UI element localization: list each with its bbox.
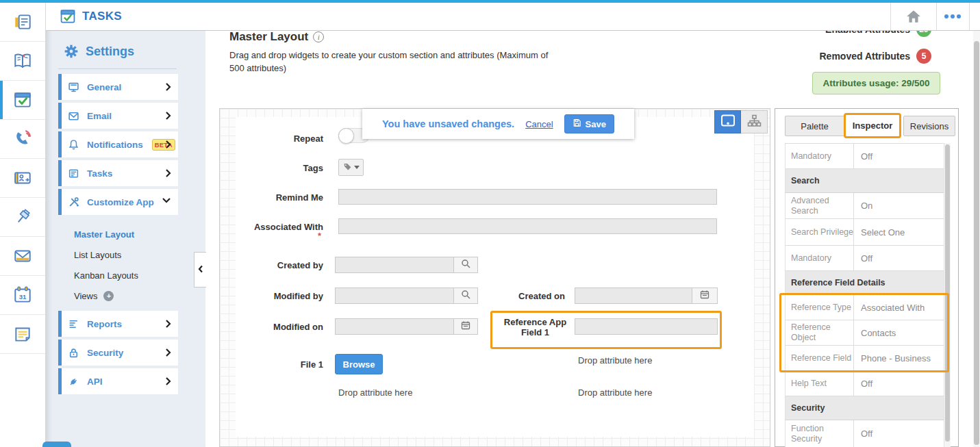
inspector-row[interactable]: Reference Type Associated With [786, 295, 944, 320]
inspector-row[interactable]: Reference Field Phone - Business [786, 346, 944, 371]
unsaved-changes-bar: You have unsaved changes. Cancel Save [362, 109, 634, 139]
remind-me-label: Remind Me [236, 192, 323, 203]
created-by-lookup-button[interactable] [453, 257, 478, 273]
inspector-row[interactable]: Help Text Off [786, 371, 944, 396]
inspector-row[interactable]: Mandatory Off [786, 144, 944, 169]
inspector-row[interactable]: Search Privilege Select One [786, 219, 944, 246]
calendar-icon: 31 [12, 285, 33, 305]
submenu-item-master-layout[interactable]: Master Layout [74, 224, 205, 244]
inspector-row[interactable]: Function Security Off [786, 420, 944, 447]
sidebar-item-label: Customize App [87, 197, 154, 207]
sidebar-item-security[interactable]: Security [58, 340, 178, 366]
tab-revisions[interactable]: Revisions [903, 116, 955, 136]
repeat-label: Repeat [236, 133, 323, 144]
rail-item-feed[interactable] [0, 3, 45, 42]
submenu-item-views[interactable]: Views + [74, 285, 205, 306]
inspector-row-label: Mandatory [786, 144, 854, 168]
sidebar-collapse-handle[interactable] [194, 252, 206, 288]
inspector-row-label: Reference Field [786, 346, 854, 370]
cancel-link[interactable]: Cancel [525, 119, 553, 129]
inspector-row[interactable]: Reference Object Contacts [786, 320, 944, 346]
scrollbar-thumb[interactable] [974, 41, 979, 445]
modified-by-input[interactable] [335, 288, 454, 304]
rail-item-mail[interactable] [0, 237, 45, 276]
sidebar-item-general[interactable]: General [58, 74, 178, 100]
inspector-row-value: Phone - Business [854, 346, 944, 370]
info-icon[interactable]: i [313, 31, 324, 42]
inspector-scrollbar[interactable] [944, 143, 951, 447]
inspector-row-label: Advanced Search [786, 193, 854, 218]
page-scrollbar[interactable] [973, 31, 980, 447]
rail-item-notes[interactable] [0, 315, 45, 354]
submenu-item-list-layouts[interactable]: List Layouts [74, 244, 205, 265]
rail-item-pinned[interactable] [0, 198, 45, 237]
mail-icon [12, 246, 33, 266]
chevron-right-icon [165, 168, 171, 178]
sidebar-item-label: Reports [87, 319, 122, 329]
chevron-left-icon [198, 264, 203, 276]
sidebar-item-notifications[interactable]: Notifications BETA [58, 131, 178, 157]
enabled-attributes-label: Enabled Attributes [825, 31, 910, 35]
sidebar-item-customize-app[interactable]: Customize App [58, 189, 178, 215]
tags-dropdown-button[interactable] [338, 159, 364, 176]
search-icon [461, 290, 470, 302]
rail-item-contacts[interactable] [0, 159, 45, 198]
home-button[interactable] [890, 3, 936, 30]
beta-badge: BETA [152, 139, 175, 151]
more-options-button[interactable] [936, 3, 969, 30]
associated-with-input[interactable] [338, 218, 717, 234]
inspector-row[interactable]: Advanced Search On [786, 193, 944, 219]
modified-by-lookup-button[interactable] [453, 288, 478, 304]
browse-button[interactable]: Browse [335, 354, 383, 374]
caret-down-icon [354, 166, 360, 169]
page-title-row: Master Layout i [229, 31, 324, 44]
sidebar-item-label: API [87, 376, 103, 387]
rail-item-tasks[interactable] [0, 81, 45, 120]
modified-on-datepicker-button[interactable] [453, 318, 478, 335]
add-view-button[interactable]: + [103, 291, 114, 301]
sidebar-item-email[interactable]: Email [58, 103, 178, 129]
report-icon [68, 318, 79, 330]
rail-item-knowledge[interactable] [0, 42, 45, 81]
chevron-right-icon [165, 82, 171, 92]
rail-item-calls[interactable] [0, 120, 45, 159]
modified-on-input[interactable] [335, 318, 454, 335]
inspector-row-label: Reference Object [786, 320, 854, 345]
created-on-datepicker-button[interactable] [692, 288, 718, 304]
tree-view-button[interactable] [741, 110, 768, 133]
remind-me-input[interactable] [338, 189, 717, 205]
tags-label: Tags [236, 163, 323, 173]
rail-item-calendar[interactable]: 31 [0, 276, 45, 315]
gear-icon [64, 44, 79, 59]
file-label: File 1 [236, 359, 323, 370]
reference-app-field-input[interactable] [575, 318, 718, 335]
submenu-item-kanban-layouts[interactable]: Kanban Layouts [74, 265, 205, 285]
app-logo: TASKS [60, 3, 122, 30]
inspector-row[interactable]: Mandatory Off [786, 246, 944, 271]
sidebar-item-reports[interactable]: Reports [58, 311, 178, 337]
pin-icon [12, 207, 33, 227]
save-button[interactable]: Save [564, 114, 614, 133]
created-by-input[interactable] [335, 257, 454, 273]
chevron-right-icon [165, 348, 171, 357]
svg-text:31: 31 [19, 293, 27, 301]
enabled-attributes-row: Enabled Attributes 29 [825, 31, 931, 37]
tab-palette[interactable]: Palette [785, 116, 844, 136]
created-on-input[interactable] [575, 288, 692, 304]
home-icon [905, 9, 922, 24]
inspector-row-label: Function Security [786, 420, 854, 447]
tab-inspector[interactable]: Inspector [844, 113, 901, 138]
app-title: TASKS [82, 10, 122, 23]
inspector-table: Mandatory Off Search Advanced Search On … [785, 143, 944, 447]
sidebar-item-tasks[interactable]: Tasks [58, 160, 178, 186]
settings-title: Settings [86, 44, 134, 59]
inspector-row-value: Off [854, 420, 944, 447]
save-icon [573, 118, 581, 129]
help-tab[interactable] [42, 442, 71, 447]
scrollbar-thumb[interactable] [945, 144, 950, 442]
sidebar-item-api[interactable]: API [58, 368, 178, 394]
associated-with-label: Associated With [236, 222, 323, 232]
desktop-view-button[interactable] [714, 110, 741, 133]
attributes-usage-pill: Attributes usage: 29/500 [812, 72, 940, 94]
more-options-icon [944, 14, 948, 18]
